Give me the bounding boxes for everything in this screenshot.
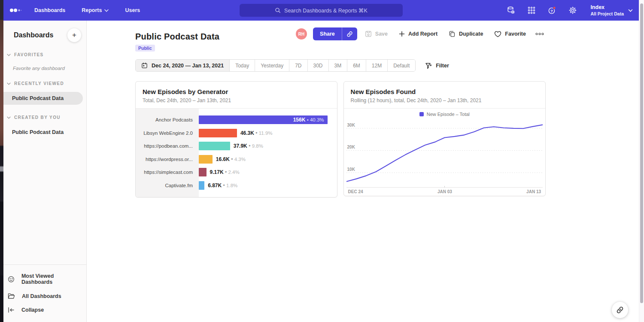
more-options-button[interactable]: [534, 30, 546, 38]
y-axis-label: 10K: [347, 167, 355, 172]
bar-value-label: 6.87K • 1.8%: [208, 182, 237, 188]
card-subtitle: Rolling (12 hours), total, Dec 24th, 202…: [351, 97, 538, 103]
main-content: Public Podcast Data Public RH Share: [87, 21, 639, 322]
add-dashboard-button[interactable]: +: [67, 28, 81, 42]
project-name: Index: [590, 4, 624, 11]
date-range-display[interactable]: Dec 24, 2020 — Jan 13, 2021: [136, 60, 230, 71]
link-icon: [346, 31, 353, 37]
chevron-down-icon: [7, 54, 11, 56]
bar-chart-row: https://wordpress.or...16.6K • 4.3%: [136, 153, 337, 166]
plus-icon: [399, 31, 405, 37]
folder-icon: [8, 293, 15, 299]
bar-value-label: 16.6K • 4.3%: [216, 156, 246, 162]
settings-gear-icon[interactable]: [568, 6, 577, 15]
x-axis-tick: [444, 186, 445, 188]
bar[interactable]: [199, 181, 204, 190]
date-preset-button[interactable]: 3M: [329, 60, 348, 71]
save-button[interactable]: Save: [361, 28, 391, 40]
notification-dot: [553, 6, 556, 9]
copy-dashboard-link-button[interactable]: [612, 302, 628, 318]
card-title: New Episodes by Generator: [143, 88, 330, 95]
copy-icon: [449, 30, 456, 37]
top-navbar: Dashboards Reports Users Search Dashboar…: [3, 0, 639, 21]
svg-text:?: ?: [550, 9, 553, 13]
report-card-new-episodes-by-generator[interactable]: New Episodes by Generator Total, Dec 24t…: [135, 81, 337, 197]
link-icon: [616, 306, 624, 314]
favorite-button[interactable]: Favorite: [491, 28, 529, 40]
date-preset-button[interactable]: Default: [388, 60, 415, 71]
bar-category-label: https://wordpress.or...: [136, 157, 199, 162]
collapse-icon: [8, 307, 15, 313]
section-created-by-you[interactable]: CREATED BY YOU: [3, 115, 86, 120]
card-subtitle: Total, Dec 24th, 2020 – Jan 13th, 2021: [143, 97, 330, 103]
filter-button[interactable]: Filter: [425, 62, 449, 69]
date-preset-button[interactable]: Today: [230, 60, 255, 71]
bar-category-label: Captivate.fm: [136, 183, 199, 188]
project-switcher[interactable]: Index All Project Data: [590, 4, 633, 16]
sidebar-item-public-podcast-data-created[interactable]: Public Podcast Data: [3, 126, 86, 139]
date-preset-button[interactable]: 30D: [308, 60, 329, 71]
data-sources-icon[interactable]: [506, 6, 516, 15]
search-placeholder: Search Dashboards & Reports ⌘K: [284, 7, 368, 14]
project-subtitle: All Project Data: [590, 11, 624, 16]
chevron-down-icon: [628, 9, 633, 12]
share-button[interactable]: Share: [313, 27, 357, 40]
bar[interactable]: 156K • 40.3%: [199, 115, 328, 124]
nav-item-dashboards[interactable]: Dashboards: [34, 7, 65, 13]
bar-chart: Anchor Podcasts156K • 40.3%Libsyn WebEng…: [136, 109, 337, 197]
user-avatar[interactable]: RH: [296, 28, 307, 39]
collapse-sidebar-button[interactable]: Collapse: [3, 303, 86, 317]
x-axis: DEC 24 JAN 03 JAN 13: [346, 187, 543, 196]
bar-chart-row: Anchor Podcasts156K • 40.3%: [136, 113, 337, 127]
date-preset-button[interactable]: 7D: [289, 60, 307, 71]
more-icon: [535, 32, 544, 36]
bar-value-label: 37.9K • 9.8%: [234, 143, 263, 149]
card-title: New Episodes Found: [351, 88, 538, 95]
bar[interactable]: [199, 142, 230, 150]
chevron-down-icon: [7, 82, 11, 85]
bar-value-label: 46.3K • 11.9%: [240, 130, 273, 136]
section-favorites[interactable]: FAVORITES: [3, 52, 86, 57]
sidebar-item-public-podcast-data[interactable]: Public Podcast Data: [3, 92, 83, 105]
line-chart-plot[interactable]: 10K20K30K: [346, 121, 543, 187]
chart-legend[interactable]: New Episode – Total: [346, 109, 544, 120]
line-chart: New Episode – Total 10K20K30K DEC 24 JAN…: [344, 109, 545, 196]
section-recently-viewed[interactable]: RECENTLY VIEWED: [3, 81, 86, 86]
add-report-button[interactable]: Add Report: [395, 28, 441, 39]
bar[interactable]: [199, 129, 237, 137]
help-icon[interactable]: ?: [547, 6, 557, 15]
app-logo-icon[interactable]: [9, 7, 22, 14]
bar-value-label: 9.17K • 2.4%: [210, 169, 240, 175]
smiley-icon: [8, 276, 15, 283]
page-scrollbar[interactable]: [639, 0, 644, 322]
legend-swatch: [419, 112, 424, 116]
search-input[interactable]: Search Dashboards & Reports ⌘K: [240, 4, 403, 17]
copy-link-button[interactable]: [342, 27, 357, 40]
filter-funnel-icon: [425, 62, 432, 69]
bar-category-label: https://simplecast.com: [136, 170, 199, 175]
nav-item-reports[interactable]: Reports: [82, 7, 109, 13]
date-preset-button[interactable]: Yesterday: [255, 60, 289, 71]
sidebar: Dashboards + FAVORITES Favorite any dash…: [3, 21, 87, 322]
bar-category-label: Anchor Podcasts: [136, 117, 199, 122]
bar-chart-row: Captivate.fm6.87K • 1.8%: [136, 179, 337, 192]
nav-item-users[interactable]: Users: [125, 7, 140, 13]
scrollbar-thumb[interactable]: [640, 3, 643, 303]
bar-chart-row: https://simplecast.com9.17K • 2.4%: [136, 166, 337, 179]
background-window-strip: [0, 0, 3, 322]
apps-grid-icon[interactable]: [527, 6, 536, 15]
all-dashboards-button[interactable]: All Dashboards: [3, 289, 86, 303]
date-preset-button[interactable]: 6M: [347, 60, 366, 71]
bar[interactable]: [199, 168, 207, 176]
duplicate-button[interactable]: Duplicate: [445, 28, 486, 40]
calendar-icon: [141, 62, 148, 69]
date-preset-button[interactable]: 12M: [366, 60, 388, 71]
y-axis-label: 30K: [347, 123, 355, 128]
most-viewed-dashboards-button[interactable]: Most Viewed Dashboards: [3, 269, 86, 289]
bar-chart-row: Libsyn WebEngine 2.046.3K • 11.9%: [136, 127, 337, 140]
chevron-down-icon: [7, 116, 11, 119]
app-window: Dashboards Reports Users Search Dashboar…: [0, 0, 644, 322]
report-card-new-episodes-found[interactable]: New Episodes Found Rolling (12 hours), t…: [343, 81, 546, 196]
bar[interactable]: [199, 155, 213, 164]
bar-category-label: Libsyn WebEngine 2.0: [136, 131, 199, 136]
